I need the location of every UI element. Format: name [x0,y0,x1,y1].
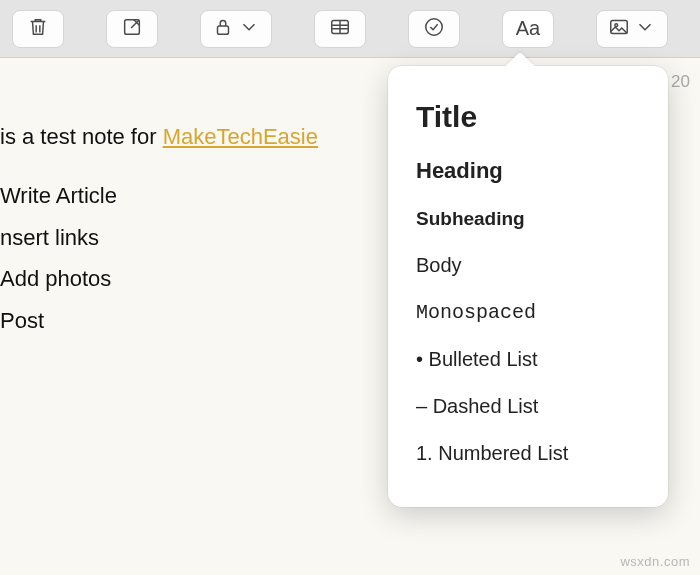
trash-icon [27,16,49,42]
format-button[interactable]: Aa [502,10,554,48]
delete-button[interactable] [12,10,64,48]
compose-icon [121,16,143,42]
svg-rect-1 [218,26,229,34]
note-date: 20 [671,72,690,92]
lock-button[interactable] [200,10,272,48]
checklist-icon [423,16,445,42]
checklist-button[interactable] [408,10,460,48]
photo-icon [608,16,630,42]
chevron-down-icon [634,16,656,42]
chevron-down-icon [238,16,260,42]
format-option-heading[interactable]: Heading [416,146,640,196]
format-option-body[interactable]: Body [416,242,640,289]
svg-point-3 [426,18,443,35]
format-option-title[interactable]: Title [416,88,640,146]
note-link[interactable]: MakeTechEasie [163,124,318,149]
table-button[interactable] [314,10,366,48]
format-option-dashed[interactable]: – Dashed List [416,383,640,430]
format-option-monospaced[interactable]: Monospaced [416,289,640,336]
compose-button[interactable] [106,10,158,48]
format-option-numbered[interactable]: 1. Numbered List [416,430,640,477]
format-icon: Aa [516,17,540,40]
intro-text: is a test note for [0,124,163,149]
format-popover: Title Heading Subheading Body Monospaced… [388,66,668,507]
format-option-subheading[interactable]: Subheading [416,196,640,242]
format-option-bulleted[interactable]: • Bulleted List [416,336,640,383]
lock-icon [212,16,234,42]
toolbar: Aa [0,0,700,58]
watermark: wsxdn.com [620,554,690,569]
media-button[interactable] [596,10,668,48]
table-icon [329,16,351,42]
